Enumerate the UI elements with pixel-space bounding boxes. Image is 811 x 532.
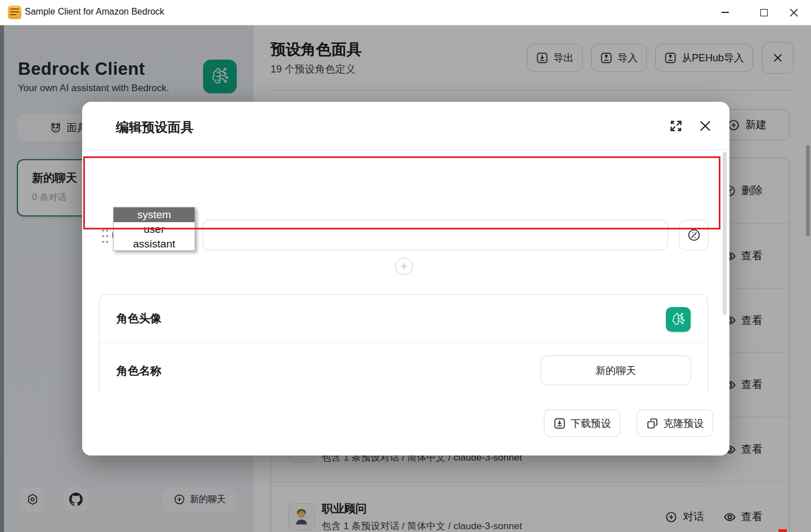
clone-icon (646, 417, 659, 430)
minimize-button[interactable] (712, 0, 738, 25)
add-message-button[interactable] (395, 258, 413, 275)
dropdown-option-user[interactable]: user (114, 222, 195, 237)
modal-body: system 角色头像 (82, 150, 729, 394)
edit-mask-modal: 编辑预设面具 system (82, 102, 729, 456)
titlebar: Sample Client for Amazon Bedrock (0, 0, 811, 25)
close-icon (698, 119, 713, 133)
avatar-label: 角色头像 (116, 311, 161, 326)
modal-close-button[interactable] (696, 117, 714, 135)
download-icon (553, 417, 566, 430)
close-window-button[interactable] (781, 0, 807, 25)
dropdown-option-assistant[interactable]: assistant (114, 237, 195, 251)
clone-preset-label: 克隆预设 (664, 417, 704, 430)
drag-handle-icon[interactable] (101, 227, 110, 246)
plus-icon (400, 262, 408, 270)
download-preset-label: 下载预设 (571, 417, 611, 430)
delete-message-button[interactable] (679, 220, 709, 250)
maximize-button[interactable] (751, 0, 777, 25)
modal-footer: 下载预设 克隆预设 (82, 394, 729, 456)
message-content-input[interactable] (202, 220, 668, 250)
app-logo-icon (8, 6, 21, 19)
window-title: Sample Client for Amazon Bedrock (25, 7, 164, 17)
modal-title: 编辑预设面具 (116, 119, 193, 136)
dropdown-option-system[interactable]: system (114, 208, 195, 222)
avatar-row: 角色头像 (100, 295, 708, 343)
clone-preset-button[interactable]: 克隆预设 (637, 409, 713, 437)
modal-maximize-button[interactable] (667, 117, 685, 135)
app-window: Sample Client for Amazon Bedrock Bedrock… (0, 0, 811, 532)
block-icon (687, 228, 701, 242)
modal-scrollbar-thumb[interactable] (723, 152, 727, 315)
brain-circuit-icon (670, 311, 687, 328)
close-icon (789, 8, 799, 17)
download-preset-button[interactable]: 下载预设 (544, 409, 620, 437)
mask-config-card: 角色头像 角色名称 隐藏预设对话 隐藏后预设对话不会出现在聊 (99, 294, 708, 394)
mask-avatar-button[interactable] (666, 307, 691, 332)
maximize-icon (760, 9, 768, 16)
annotation-mark (778, 529, 787, 532)
expand-icon (669, 119, 683, 133)
minimize-icon (722, 12, 729, 13)
role-select-dropdown: system user assistant (113, 207, 195, 251)
name-row: 角色名称 (100, 343, 708, 394)
name-label: 角色名称 (116, 363, 161, 378)
mask-name-input[interactable] (540, 355, 691, 385)
